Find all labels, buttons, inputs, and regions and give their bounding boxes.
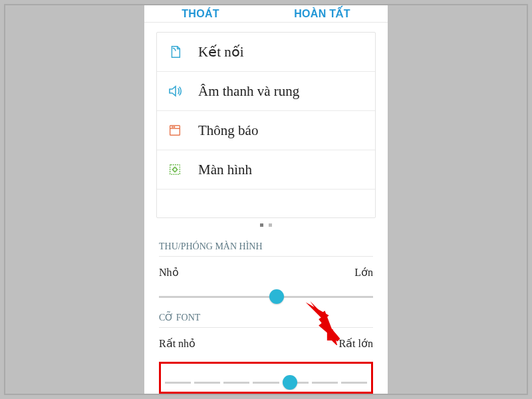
- zoom-section: THU/PHÓNG MÀN HÌNH Nhỏ Lớn: [144, 235, 388, 305]
- svg-point-2: [172, 126, 173, 127]
- list-item-display[interactable]: Màn hình: [157, 150, 375, 190]
- list-item-connection[interactable]: Kết nối: [157, 33, 375, 72]
- zoom-section-title: THU/PHÓNG MÀN HÌNH: [159, 241, 373, 257]
- cancel-button[interactable]: THOÁT: [182, 8, 219, 20]
- done-button[interactable]: HOÀN TẤT: [294, 7, 350, 20]
- list-item-label: Âm thanh và rung: [198, 83, 299, 100]
- annotation-arrow-icon: [297, 299, 344, 345]
- font-section: CỠ FONT Rất nhỏ Rất lớn: [144, 305, 388, 394]
- list-item-notifications[interactable]: Thông báo: [157, 111, 375, 150]
- top-action-bar: THOÁT HOÀN TẤT: [144, 5, 388, 23]
- zoom-max-label: Lớn: [354, 266, 373, 279]
- list-item-overflow[interactable]: x: [157, 190, 375, 217]
- list-item-sound[interactable]: Âm thanh và rung: [157, 72, 375, 111]
- outer-frame: THOÁT HOÀN TẤT Kết nối Âm thanh và rung: [4, 4, 528, 395]
- phone-screen: THOÁT HOÀN TẤT Kết nối Âm thanh và rung: [144, 5, 388, 394]
- slider-track: [159, 296, 373, 298]
- font-slider[interactable]: [165, 376, 367, 389]
- font-max-label: Rất lớn: [338, 337, 373, 350]
- slider-thumb[interactable]: [269, 289, 284, 304]
- connection-icon: [166, 43, 184, 61]
- svg-point-5: [173, 168, 177, 172]
- slider-track: [165, 382, 367, 384]
- font-slider-highlight: [159, 362, 373, 394]
- page-dot: [269, 223, 272, 227]
- svg-marker-12: [327, 329, 339, 340]
- slider-thumb[interactable]: [283, 375, 297, 390]
- settings-preview-card: Kết nối Âm thanh và rung Thông báo: [156, 32, 376, 218]
- page-indicator: [144, 223, 388, 227]
- list-item-label: Màn hình: [198, 162, 252, 178]
- display-icon: [166, 161, 184, 178]
- svg-point-3: [174, 126, 175, 127]
- sound-icon: [166, 82, 184, 100]
- zoom-min-label: Nhỏ: [159, 266, 179, 279]
- zoom-minmax-labels: Nhỏ Lớn: [159, 266, 373, 279]
- font-min-label: Rất nhỏ: [159, 337, 196, 350]
- list-item-label: Thông báo: [198, 122, 258, 139]
- page-dot-active: [260, 223, 263, 227]
- list-item-label: Kết nối: [198, 44, 244, 61]
- notification-icon: [166, 122, 184, 139]
- placeholder-icon: [166, 195, 184, 212]
- svg-rect-4: [170, 165, 180, 175]
